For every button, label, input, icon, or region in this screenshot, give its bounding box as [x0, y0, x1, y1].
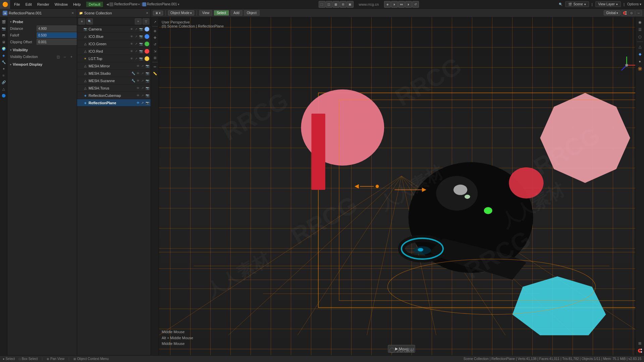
- viewport-object-btn[interactable]: Object: [244, 10, 260, 16]
- scene-item-mesh-mirror[interactable]: △ MESH.Mirror 👁 ↗ 📷: [77, 62, 151, 70]
- reflection-cubemap-render[interactable]: 📷: [145, 94, 149, 98]
- vis-collection-add[interactable]: +: [69, 54, 74, 59]
- ico-red-select[interactable]: ↗: [134, 49, 138, 53]
- scene-item-reflection-cubemap[interactable]: ◈ ReflectionCubemap 👁 ↗ 📷: [77, 92, 151, 99]
- scene-item-ico-green[interactable]: △ ICO.Green 👁 ↗ 📷: [77, 40, 151, 48]
- ico-green-eye[interactable]: 👁: [129, 42, 133, 46]
- header-icon-7[interactable]: ⏵: [391, 1, 398, 8]
- editor-type-selector[interactable]: 🖥 ▾: [153, 11, 163, 15]
- scene-item-lgt-top[interactable]: ☀ LGT.Top 👁 ↗ 📷: [77, 55, 151, 62]
- camera-eye[interactable]: 👁: [129, 27, 133, 31]
- scene-item-ico-red[interactable]: △ ICO.Red 👁 ↗ 📷: [77, 48, 151, 55]
- props-icon-object[interactable]: ◈: [1, 52, 7, 58]
- ico-green-render[interactable]: 📷: [139, 42, 143, 46]
- props-icon-render[interactable]: 📷: [1, 25, 7, 32]
- reflection-plane-eye[interactable]: 👁: [136, 101, 140, 105]
- reflection-plane-render[interactable]: 📷: [145, 101, 149, 105]
- mesh-torus-render[interactable]: 📷: [145, 86, 149, 90]
- mesh-mirror-eye[interactable]: 👁: [136, 64, 140, 68]
- viewport-view-btn[interactable]: View: [199, 10, 213, 16]
- reflection-plane-select[interactable]: ↗: [141, 101, 145, 105]
- props-close[interactable]: ✕: [71, 11, 74, 15]
- outliner-close[interactable]: ✕: [146, 11, 149, 15]
- viewport-add-btn[interactable]: Add: [230, 10, 243, 16]
- props-icon-data[interactable]: △: [1, 86, 7, 92]
- clipping-input[interactable]: [37, 39, 77, 45]
- props-icon-modifier[interactable]: 🔧: [1, 59, 7, 65]
- viewport-display-header[interactable]: ▸ Viewport Display: [10, 61, 74, 67]
- props-icon-constraints[interactable]: 🔗: [1, 79, 7, 85]
- mesh-torus-select[interactable]: ↗: [141, 86, 145, 90]
- lgt-top-select[interactable]: ↗: [134, 57, 138, 61]
- cursor-tool[interactable]: ⊕: [152, 28, 158, 34]
- outliner-search[interactable]: 🔍: [86, 18, 93, 24]
- right-overlay[interactable]: ☰: [637, 26, 643, 33]
- ico-blue-render[interactable]: 📷: [139, 35, 143, 39]
- props-icon-view[interactable]: 🖥: [1, 39, 7, 45]
- lgt-top-render[interactable]: 📷: [139, 57, 143, 61]
- header-icon-1[interactable]: ⬚: [319, 1, 325, 8]
- snap-toggle[interactable]: 🧲: [621, 10, 628, 16]
- camera-select[interactable]: ↗: [134, 27, 138, 31]
- scene-selector[interactable]: 🎬 Scene ▾: [565, 1, 589, 7]
- move-tool[interactable]: ✥: [152, 35, 158, 41]
- global-selector[interactable]: Global ▾: [604, 10, 621, 15]
- vis-collection-icon[interactable]: ◫: [55, 54, 61, 59]
- menu-render[interactable]: Render: [35, 2, 52, 7]
- mesh-suzanne-select[interactable]: ↗: [141, 79, 145, 83]
- right-rendered[interactable]: 🔆: [637, 65, 643, 72]
- right-material[interactable]: ●: [637, 58, 643, 65]
- scale-tool[interactable]: ⇲: [152, 48, 158, 54]
- active-object[interactable]: ReflectionPlane: [114, 2, 138, 6]
- mesh-studio-select[interactable]: ↗: [141, 71, 145, 75]
- header-icon-8[interactable]: ⏭: [398, 1, 405, 8]
- ico-blue-eye[interactable]: 👁: [129, 35, 133, 39]
- scene-item-reflection-plane[interactable]: ◈ ReflectionPlane 👁 ↗ 📷: [77, 99, 151, 107]
- header-icon-6[interactable]: ◈: [384, 1, 391, 8]
- reflection-cubemap-eye[interactable]: 👁: [136, 94, 140, 98]
- camera-render[interactable]: 📷: [139, 27, 143, 31]
- menu-window[interactable]: Window: [52, 2, 70, 7]
- mesh-suzanne-eye[interactable]: 👁: [136, 79, 140, 83]
- right-xray[interactable]: ⬡: [637, 34, 643, 40]
- mesh-studio-render[interactable]: 📷: [145, 71, 149, 75]
- mesh-studio-eye[interactable]: 👁: [136, 71, 140, 75]
- measure-tool[interactable]: 📏: [152, 70, 158, 76]
- mesh-studio-modifier[interactable]: 🔧: [131, 71, 135, 75]
- ico-blue-select[interactable]: ↗: [134, 35, 138, 39]
- props-icon-physics[interactable]: ⚛: [1, 72, 7, 78]
- scene-item-mesh-torus[interactable]: △ MESH.Torus 👁 ↗ 📷: [77, 84, 151, 92]
- annotate-tool[interactable]: ✏: [152, 64, 158, 70]
- reflection-cubemap-select[interactable]: ↗: [141, 94, 145, 98]
- distance-input[interactable]: [37, 25, 77, 32]
- probe-section-header[interactable]: ▾ Probe: [10, 19, 74, 25]
- engine-selector[interactable]: Default: [86, 2, 103, 7]
- mesh-suzanne-modifier[interactable]: 🔧: [131, 79, 135, 83]
- active-object-data[interactable]: ReflectionPlane.001: [147, 2, 177, 6]
- right-render-mode[interactable]: ◉: [637, 19, 643, 25]
- header-icon-2[interactable]: ◫: [326, 1, 332, 8]
- ico-green-select[interactable]: ↗: [134, 42, 138, 46]
- outliner-filter[interactable]: ≡: [78, 18, 85, 24]
- vis-collection-arrow[interactable]: ↔: [62, 54, 67, 59]
- right-snap[interactable]: 🧲: [637, 347, 643, 354]
- select-tool[interactable]: ↗: [152, 19, 158, 25]
- ico-red-eye[interactable]: 👁: [129, 49, 133, 53]
- options-button[interactable]: Options ▾: [627, 2, 641, 6]
- falloff-input[interactable]: [37, 32, 77, 38]
- header-icon-3[interactable]: ▦: [333, 1, 339, 8]
- snap-inc[interactable]: ↔: [635, 10, 642, 16]
- right-grid[interactable]: ⊞: [637, 340, 643, 347]
- view-layer-selector[interactable]: View Layer ▾: [595, 1, 621, 7]
- lgt-top-eye[interactable]: 👁: [129, 57, 133, 61]
- transform-tool[interactable]: ⊞: [152, 55, 158, 61]
- props-icon-material[interactable]: 🔵: [1, 93, 7, 99]
- props-icon-world[interactable]: 🌍: [1, 46, 7, 52]
- mesh-torus-eye[interactable]: 👁: [136, 86, 140, 90]
- scene-item-ico-blue[interactable]: △ ICO.Blue 👁 ↗ 📷: [77, 33, 151, 40]
- outliner-filter2[interactable]: ▽: [143, 18, 149, 24]
- ico-red-render[interactable]: 📷: [139, 49, 143, 53]
- menu-help[interactable]: Help: [70, 2, 84, 7]
- outliner-new-collection[interactable]: +: [135, 18, 142, 24]
- right-wireframe[interactable]: △: [637, 43, 643, 50]
